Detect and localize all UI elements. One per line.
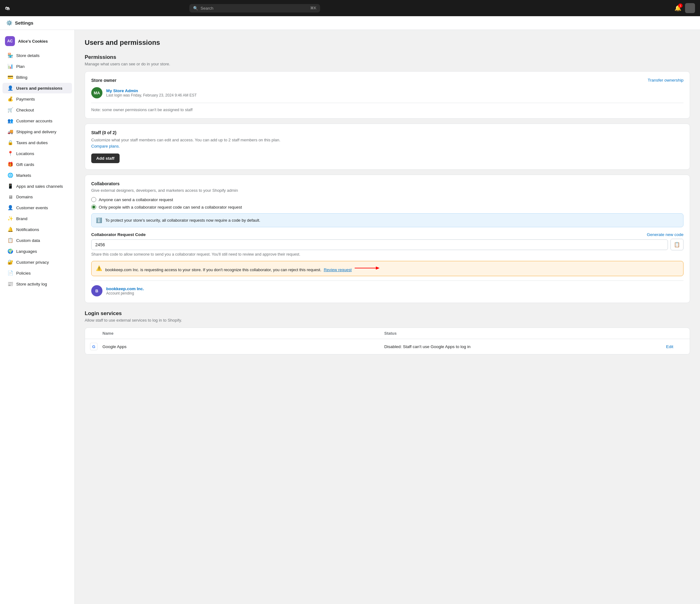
sidebar-item-label: Payments	[16, 97, 35, 101]
code-label: Collaborator Request Code	[91, 232, 146, 237]
user-avatar[interactable]	[685, 3, 695, 13]
service-status: Disabled: Staff can't use Google Apps to…	[384, 344, 666, 349]
permissions-title: Permissions	[85, 54, 690, 60]
login-services-table: Name Status G Google Apps Disabled: Staf…	[85, 328, 690, 355]
main-layout: AC Alice's Cookies 🏪 Store details 📊 Pla…	[0, 30, 700, 604]
info-banner: ℹ️ To protect your store's security, all…	[91, 213, 683, 227]
owner-note: Note: some owner permissions can't be as…	[91, 103, 683, 112]
sidebar-item-label: Shipping and delivery	[16, 129, 56, 134]
collaborator-code-input[interactable]	[91, 240, 668, 250]
notification-badge: 1	[678, 3, 682, 8]
owner-row: MA My Store Admin Last login was Friday,…	[91, 87, 683, 98]
sidebar-item-label: Domains	[16, 195, 33, 199]
custom-data-icon: 📋	[7, 237, 13, 243]
sidebar-item-customer-privacy[interactable]: 🔐 Customer privacy	[2, 257, 72, 268]
transfer-ownership-link[interactable]: Transfer ownership	[648, 78, 683, 82]
apps-icon: 📱	[7, 183, 13, 189]
collaborators-title: Collaborators	[91, 181, 683, 186]
sidebar-item-label: Apps and sales channels	[16, 184, 63, 189]
sidebar-item-apps-sales-channels[interactable]: 📱 Apps and sales channels	[2, 181, 72, 192]
owner-name: My Store Admin	[106, 89, 197, 93]
search-shortcut: ⌘K	[310, 6, 316, 10]
sidebar-item-label: Policies	[16, 271, 31, 276]
sidebar-item-notifications[interactable]: 🔔 Notifications	[2, 224, 72, 235]
col-icon	[90, 331, 102, 336]
red-arrow-svg	[355, 265, 380, 271]
policies-icon: 📄	[7, 270, 13, 276]
sidebar-item-locations[interactable]: 📍 Locations	[2, 148, 72, 159]
search-icon: 🔍	[193, 6, 198, 10]
payments-icon: 💰	[7, 96, 13, 102]
sidebar-item-shipping-delivery[interactable]: 🚚 Shipping and delivery	[2, 126, 72, 137]
sidebar-item-languages[interactable]: 🌍 Languages	[2, 246, 72, 256]
owner-avatar: MA	[91, 87, 102, 98]
radio-only-label[interactable]: Only people with a collaborator request …	[91, 205, 683, 209]
sidebar-item-label: Customer events	[16, 205, 48, 210]
markets-icon: 🌐	[7, 173, 13, 178]
radio-only-text: Only people with a collaborator request …	[99, 205, 242, 209]
checkout-icon: 🛒	[7, 107, 13, 113]
sidebar-item-label: Store activity log	[16, 282, 47, 286]
sidebar-item-customer-events[interactable]: 👤 Customer events	[2, 202, 72, 213]
col-status: Status	[384, 331, 666, 336]
sidebar-item-plan[interactable]: 📊 Plan	[2, 61, 72, 72]
sidebar-item-checkout[interactable]: 🛒 Checkout	[2, 105, 72, 115]
store-owner-header: Store owner Transfer ownership	[91, 78, 683, 83]
radio-only[interactable]	[91, 205, 96, 209]
topnav-right: 🔔 1	[674, 3, 695, 13]
staff-card: Staff (0 of 2) Customize what your staff…	[85, 124, 690, 170]
search-placeholder: Search	[201, 6, 213, 10]
info-banner-text: To protect your store's security, all co…	[105, 218, 260, 223]
sidebar-item-label: Brand	[16, 217, 27, 221]
sidebar-item-customer-accounts[interactable]: 👥 Customer accounts	[2, 116, 72, 126]
add-staff-button[interactable]: Add staff	[91, 153, 120, 163]
sidebar-item-label: Store details	[16, 53, 40, 58]
sidebar-item-payments[interactable]: 💰 Payments	[2, 94, 72, 104]
service-name: Google Apps	[102, 344, 384, 349]
brand-icon: ✨	[7, 216, 13, 221]
store-activity-log-icon: 📰	[7, 281, 13, 287]
sidebar-item-domains[interactable]: 🖥 Domains	[2, 192, 72, 202]
domains-icon: 🖥	[7, 194, 13, 200]
copy-code-button[interactable]: 📋	[670, 239, 683, 250]
customer-privacy-icon: 🔐	[7, 259, 13, 265]
pending-status: Account pending	[106, 291, 144, 296]
notifications-bell[interactable]: 🔔 1	[674, 5, 681, 11]
warning-text: bookkeep.com Inc. is requesting access t…	[105, 265, 380, 272]
sidebar-item-billing[interactable]: 💳 Billing	[2, 72, 72, 82]
store-details-icon: 🏪	[7, 53, 13, 58]
billing-icon: 💳	[7, 74, 13, 80]
service-edit-link[interactable]: Edit	[666, 344, 685, 349]
sidebar-item-users-permissions[interactable]: 👤 Users and permissions	[2, 83, 72, 93]
permissions-section: Permissions Manage what users can see or…	[85, 54, 690, 303]
pending-name[interactable]: bookkeep.com Inc.	[106, 286, 144, 291]
info-icon: ℹ️	[96, 217, 102, 223]
sidebar-item-store-activity-log[interactable]: 📰 Store activity log	[2, 279, 72, 289]
sidebar-item-label: Customer accounts	[16, 119, 52, 123]
sidebar-item-taxes-duties[interactable]: 🔒 Taxes and duties	[2, 137, 72, 148]
sidebar-item-label: Checkout	[16, 108, 34, 112]
code-input-row: 📋	[91, 239, 683, 250]
code-hint: Share this code to allow someone to send…	[91, 252, 683, 256]
sidebar-item-gift-cards[interactable]: 🎁 Gift cards	[2, 159, 72, 170]
sidebar-item-store-details[interactable]: 🏪 Store details	[2, 50, 72, 61]
sidebar-item-markets[interactable]: 🌐 Markets	[2, 170, 72, 181]
sidebar-item-label: Notifications	[16, 227, 39, 232]
sidebar-item-label: Taxes and duties	[16, 141, 48, 145]
sidebar-item-label: Users and permissions	[16, 86, 62, 91]
review-request-link[interactable]: Review request	[324, 268, 352, 272]
customer-events-icon: 👤	[7, 205, 13, 210]
sidebar-item-custom-data[interactable]: 📋 Custom data	[2, 235, 72, 246]
settings-icon: ⚙️	[6, 20, 12, 26]
radio-anyone-label[interactable]: Anyone can send a collaborator request	[91, 197, 683, 202]
generate-new-code-link[interactable]: Generate new code	[647, 232, 683, 237]
radio-anyone[interactable]	[91, 197, 96, 202]
compare-plans-link[interactable]: Compare plans.	[91, 144, 120, 149]
search-bar[interactable]: 🔍 Search ⌘K	[189, 4, 320, 12]
sidebar-item-brand[interactable]: ✨ Brand	[2, 213, 72, 224]
page-title: Users and permissions	[85, 39, 690, 47]
login-services-desc: Allow staff to use external services to …	[85, 318, 690, 323]
store-owner-label: Store owner	[91, 78, 117, 83]
sidebar-item-policies[interactable]: 📄 Policies	[2, 268, 72, 278]
sidebar-item-label: Languages	[16, 249, 37, 254]
